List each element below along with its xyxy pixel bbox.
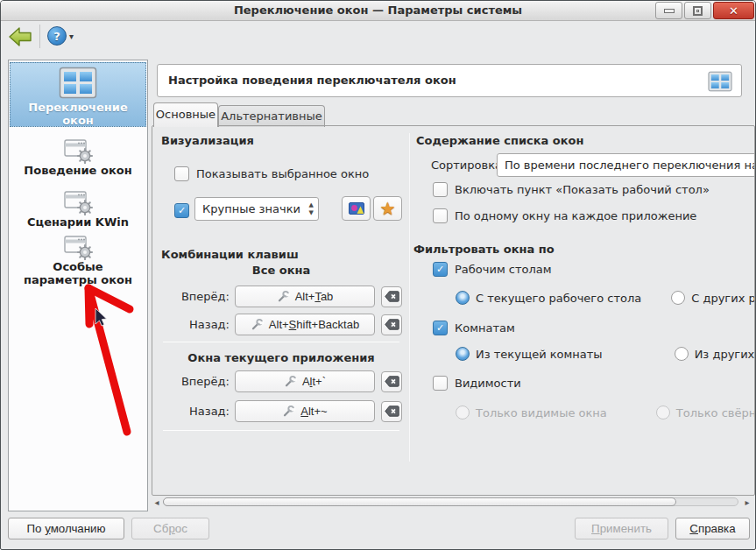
clear-shortcut-button[interactable] xyxy=(381,286,402,307)
toolbar: ? ▾ xyxy=(1,22,755,52)
shortcut-backward-app-button[interactable]: Alt+~ xyxy=(235,400,375,422)
filter-visibility-checkbox[interactable] xyxy=(433,376,448,391)
backspace-icon xyxy=(385,376,399,387)
help-footer-button[interactable]: Справка xyxy=(675,518,750,539)
visualization-title: Визуализация xyxy=(161,134,254,147)
checkbox-label[interactable]: Видимости xyxy=(455,377,521,390)
effect-enabled-checkbox[interactable]: ✓ xyxy=(174,203,189,218)
checkbox-label[interactable]: Показывать выбранное окно xyxy=(196,167,369,180)
shortcut-row: Назад: Alt+Shift+Backtab xyxy=(163,314,402,335)
effect-preview-button[interactable] xyxy=(342,196,371,221)
current-activity-radio[interactable] xyxy=(456,347,470,361)
close-icon: ✕ xyxy=(729,4,738,18)
shortcuts-title: Комбинации клавиш xyxy=(161,248,299,261)
check-icon: ✓ xyxy=(436,322,444,334)
checkbox-label[interactable]: По одному окну на каждое приложение xyxy=(455,209,696,222)
horizontal-scrollbar: ◂ ▸ xyxy=(152,497,755,508)
sort-dropdown[interactable]: По времени последнего переключения на ок xyxy=(497,153,755,177)
filter-activities-checkbox[interactable]: ✓ xyxy=(433,321,448,335)
spinner-arrows: ▲ ▼ xyxy=(309,201,314,217)
radio-label[interactable]: С других рабочих с xyxy=(691,292,755,305)
window-switching-icon xyxy=(59,67,97,99)
settings-window: Переключение окон — Параметры системы ✕ … xyxy=(0,0,756,550)
sort-label: Сортировка: xyxy=(431,159,505,172)
sidebar-item-label: Особыепараметры окон xyxy=(10,260,146,286)
other-desktops-radio[interactable] xyxy=(671,291,685,305)
defaults-button[interactable]: По умолчанию xyxy=(8,518,124,539)
filter-title: Фильтровать окна по xyxy=(413,243,555,256)
clear-shortcut-button[interactable] xyxy=(381,314,402,335)
close-button[interactable]: ✕ xyxy=(713,2,754,19)
reset-button: Сброс xyxy=(131,518,209,539)
sidebar-item-kwin-scripts[interactable]: Сценарии KWin xyxy=(10,186,146,228)
titlebar[interactable]: Переключение окон — Параметры системы ✕ xyxy=(1,1,755,21)
shortcut-label: Назад: xyxy=(163,318,230,331)
filter-desktops-checkbox[interactable]: ✓ xyxy=(433,262,448,277)
effect-combobox[interactable]: Крупные значки ▲ ▼ xyxy=(194,197,319,221)
content-list-title: Содержание списка окон xyxy=(416,134,584,147)
sidebar: Переключениеокон Поведение окон xyxy=(8,60,148,511)
check-icon: ✓ xyxy=(178,205,186,216)
scrollbar-thumb[interactable] xyxy=(163,497,676,506)
shortcut-forward-all-button[interactable]: Alt+Tab xyxy=(235,286,375,307)
help-button[interactable]: ? ▾ xyxy=(47,25,81,48)
back-button[interactable] xyxy=(8,26,32,47)
column-divider xyxy=(409,133,410,462)
wrench-icon xyxy=(284,375,297,388)
checkbox-label[interactable]: Включать пункт «Показать рабочий стол» xyxy=(455,183,710,196)
separator xyxy=(163,430,399,431)
scroll-left-icon[interactable]: ◂ xyxy=(152,497,162,508)
wrench-icon xyxy=(282,405,295,418)
include-desktop-checkbox[interactable] xyxy=(433,182,448,197)
clear-shortcut-button[interactable] xyxy=(381,401,402,422)
minimized-windows-radio xyxy=(656,405,670,420)
sidebar-item-label: Сценарии KWin xyxy=(10,215,146,229)
separator xyxy=(163,342,399,342)
checkbox-label[interactable]: Комнатам xyxy=(455,321,515,335)
effect-configure-button[interactable]: ★ xyxy=(373,196,402,221)
shortcut-forward-app-button[interactable]: Alt+` xyxy=(235,370,375,392)
checkbox-label[interactable]: Рабочим столам xyxy=(455,263,552,276)
one-window-per-app-row: По одному окну на каждое приложение xyxy=(433,208,696,223)
filter-desktops-row: ✓ Рабочим столам xyxy=(433,262,552,277)
sidebar-item-window-rules[interactable]: Особыепараметры окон xyxy=(10,230,146,295)
tab-main[interactable]: Основные xyxy=(153,102,218,127)
sort-row: Сортировка: xyxy=(431,153,505,177)
filter-activities-row: ✓ Комнатам xyxy=(433,321,515,335)
shortcut-row: Вперёд: Alt+` xyxy=(163,370,402,392)
window-title: Переключение окон — Параметры системы xyxy=(1,4,755,17)
radio-label[interactable]: Из текущей комнаты xyxy=(476,348,603,361)
spin-up-icon[interactable]: ▲ xyxy=(309,201,314,209)
page-title: Настройка поведения переключателя окон xyxy=(168,65,456,96)
current-desktop-radio[interactable] xyxy=(456,291,470,305)
filter-visibility-row: Видимости xyxy=(433,376,521,391)
scroll-right-icon[interactable]: ▸ xyxy=(742,497,752,508)
module-icon xyxy=(708,70,732,93)
backspace-icon xyxy=(385,291,399,302)
shortcut-backward-all-button[interactable]: Alt+Shift+Backtab xyxy=(235,314,375,335)
module-header: Настройка поведения переключателя окон xyxy=(157,64,742,97)
tab-alternative[interactable]: Альтернативные xyxy=(218,105,325,127)
show-selected-window-checkbox[interactable] xyxy=(174,166,189,181)
clear-shortcut-button[interactable] xyxy=(381,371,402,392)
activity-options-row: Из текущей комнаты Из других комнат xyxy=(456,347,755,361)
window-gear-icon xyxy=(62,138,94,164)
sidebar-item-window-switching[interactable]: Переключениеокон xyxy=(10,62,146,127)
minimize-button[interactable] xyxy=(655,2,682,19)
one-window-per-app-checkbox[interactable] xyxy=(433,208,448,223)
maximize-button[interactable] xyxy=(684,2,711,19)
radio-label[interactable]: С текущего рабочего стола xyxy=(476,292,641,305)
shortcut-label: Вперёд: xyxy=(163,375,230,388)
toolbar-separator xyxy=(39,25,40,48)
wrench-icon xyxy=(277,290,290,303)
visibility-options-row: Только видимые окна Только свёрнутые о xyxy=(456,405,755,420)
shortcut-row: Вперёд: Alt+Tab xyxy=(163,286,402,307)
visible-windows-radio xyxy=(456,405,470,420)
other-activities-radio[interactable] xyxy=(675,347,689,361)
apply-button: Применить xyxy=(575,518,668,539)
radio-label[interactable]: Из других комнат xyxy=(695,348,755,361)
spin-down-icon[interactable]: ▼ xyxy=(309,209,314,217)
sidebar-item-window-behavior[interactable]: Поведение окон xyxy=(10,134,146,176)
backspace-icon xyxy=(385,319,399,330)
window-gear-icon xyxy=(62,234,94,260)
